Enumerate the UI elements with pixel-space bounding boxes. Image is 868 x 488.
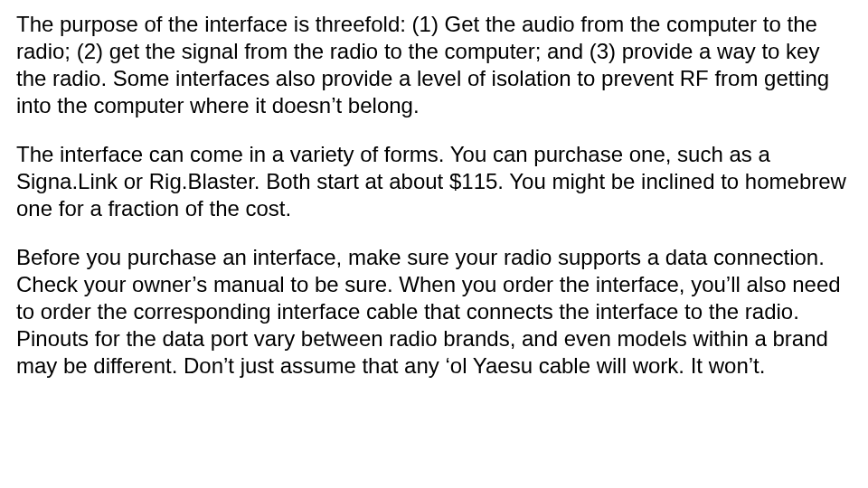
paragraph-interface-purpose: The purpose of the interface is threefol… xyxy=(16,11,852,119)
paragraph-interface-forms: The interface can come in a variety of f… xyxy=(16,141,852,222)
paragraph-before-purchase: Before you purchase an interface, make s… xyxy=(16,244,852,380)
